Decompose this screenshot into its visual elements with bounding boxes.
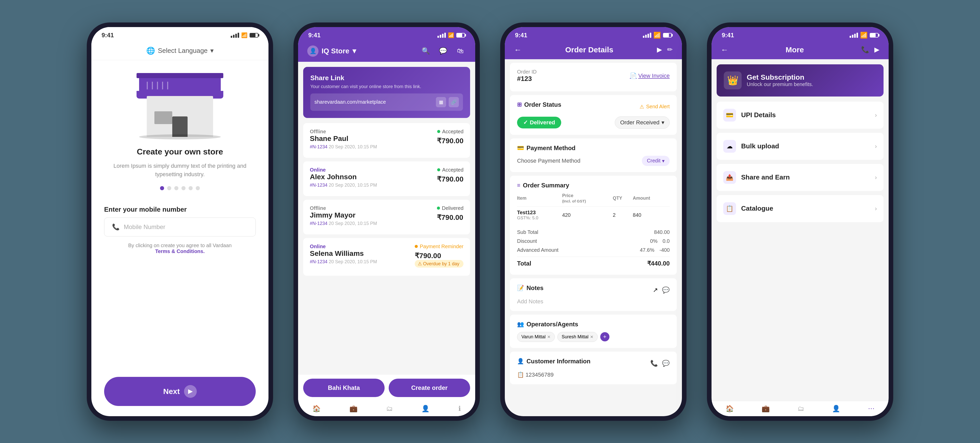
tab-profile[interactable]: 👤 <box>422 405 430 413</box>
edit-icon[interactable]: ✏ <box>667 46 673 54</box>
copy-icon[interactable]: 🔗 <box>449 97 459 107</box>
cart-icon[interactable]: 🛍 <box>455 45 466 57</box>
back-button-4[interactable]: ← <box>721 45 729 54</box>
crown-icon: 👑 <box>724 72 741 89</box>
menu-item-catalogue[interactable]: 📋 Catalogue › <box>717 195 883 222</box>
share-icon[interactable]: ↗ <box>653 287 658 294</box>
language-header: 🌐 Select Language ▾ <box>91 41 269 60</box>
bulk-label: Bulk upload <box>741 142 870 150</box>
order-item-1[interactable]: Offline Shane Paul #N-1234 20 Sep 2020, … <box>303 123 470 158</box>
subscription-card[interactable]: 👑 Get Subscription Unlock our premium be… <box>717 64 883 97</box>
search-icon[interactable]: 🔍 <box>420 45 431 57</box>
time-3: 9:41 <box>515 32 527 39</box>
channel-online-4: Online <box>310 244 326 249</box>
bottom-tabs-4: 🏠 💼 🗂 👤 ⋯ <box>711 401 889 416</box>
order-amount-2: ₹790.00 <box>437 175 463 183</box>
home-icon-4: 🏠 <box>725 405 734 413</box>
tab4-wallet[interactable]: 💼 <box>762 405 770 413</box>
discount-val: 0.0 <box>662 238 670 244</box>
order-amount-4: ₹790.00 <box>415 252 463 260</box>
chevron-down-credit: ▾ <box>662 158 665 164</box>
tab-info[interactable]: ℹ <box>458 405 461 413</box>
order-id-3: #N-1234 20 Sep 2020, 10:15 PM <box>310 221 377 226</box>
tab4-more[interactable]: ⋯ <box>868 405 875 413</box>
upi-label: UPI Details <box>741 111 870 119</box>
back-button[interactable]: ← <box>514 45 522 54</box>
phone-icon-header[interactable]: 📞 <box>861 46 869 54</box>
share-link-url[interactable]: sharevardaan.com/marketplace ▦ 🔗 <box>310 94 463 111</box>
order-amount-1: ₹790.00 <box>437 137 463 145</box>
signal-4 <box>850 33 858 38</box>
item-gst: GST%: 5.0 <box>517 215 562 221</box>
agent-2-close[interactable]: ✕ <box>590 335 593 339</box>
mobile-input[interactable]: 📞 Mobile Number <box>104 218 256 236</box>
status-text-2: Accepted <box>442 167 463 173</box>
catalogue-label: Catalogue <box>741 204 870 212</box>
whatsapp-icon-notes[interactable]: 💬 <box>662 287 670 294</box>
view-invoice-button[interactable]: 📄 View Invoice <box>630 73 670 79</box>
item-qty: 2 <box>613 206 633 224</box>
home-icon: 🏠 <box>312 405 321 413</box>
orders-icon: 🗂 <box>386 405 393 413</box>
send-alert[interactable]: ⚠ Send Alert <box>640 104 670 110</box>
youtube-icon[interactable]: ▶ <box>657 46 662 54</box>
order-item-2[interactable]: Online Alex Johnson #N-1234 20 Sep 2020,… <box>303 161 470 196</box>
table-row: Test123 GST%: 5.0 420 2 840 <box>517 206 670 224</box>
payment-method-title: 💳 Payment Method <box>517 145 670 152</box>
status-row: ✓ Delivered Order Received ▾ <box>517 116 670 129</box>
menu-item-upi[interactable]: 💳 UPI Details › <box>717 102 883 129</box>
order-details-body: Order ID #123 📄 View Invoice ⊞ Order Sta… <box>505 59 682 416</box>
create-order-button[interactable]: Create order <box>389 379 470 397</box>
store-window <box>154 112 172 124</box>
tab-wallet[interactable]: 💼 <box>349 405 358 413</box>
status-text-4: Payment Reminder <box>420 244 463 249</box>
phone-call-icon[interactable]: 📞 <box>650 360 658 367</box>
whatsapp-icon[interactable]: 💬 <box>438 45 449 57</box>
status-icons-3: 📶 <box>643 32 672 39</box>
language-text: Select Language <box>158 47 207 55</box>
agent-chips: Varun Mittal ✕ Suresh Mittal ✕ + <box>517 332 670 342</box>
channel-offline-3: Offline <box>310 205 326 211</box>
order-item-4[interactable]: Online Selena Williams #N-1234 20 Sep 20… <box>303 238 470 276</box>
menu-item-share[interactable]: 📤 Share and Earn › <box>717 164 883 191</box>
terms-text: By clicking on create you agree to all V… <box>128 242 231 254</box>
onboarding-body: Create your own store Lorem Ipsum is sim… <box>91 60 269 416</box>
add-notes[interactable]: Add Notes <box>517 298 670 305</box>
agent-1-close[interactable]: ✕ <box>547 335 550 339</box>
order-received-chip[interactable]: Order Received ▾ <box>615 116 670 129</box>
wifi-icon-4: 📶 <box>860 32 868 39</box>
language-selector[interactable]: 🌐 Select Language ▾ <box>146 46 213 55</box>
time-2: 9:41 <box>308 32 321 39</box>
payment-method-row: Choose Payment Method Credit ▾ <box>517 156 670 166</box>
chevron-catalogue: › <box>875 205 877 212</box>
order-name-4: Selena Williams <box>310 249 377 258</box>
signal-2 <box>438 33 446 38</box>
menu-item-bulk[interactable]: ☁ Bulk upload › <box>717 133 883 160</box>
customer-section: 👤 Customer Information 📞 💬 📋 123456789 <box>510 352 677 384</box>
bottom-tabs: 🏠 💼 🗂 👤 ℹ <box>298 401 475 416</box>
dot-6 <box>196 186 200 190</box>
tab-orders[interactable]: 🗂 <box>386 405 393 413</box>
next-button[interactable]: Next ▶ <box>104 377 256 406</box>
customer-icons: 📞 💬 <box>650 360 670 367</box>
sub-total-value: 840.00 <box>654 229 670 235</box>
order-item-3[interactable]: Offline Jimmy Mayor #N-1234 20 Sep 2020,… <box>303 200 470 234</box>
bahi-khata-button[interactable]: Bahi Khata <box>303 379 385 397</box>
message-icon[interactable]: 💬 <box>662 360 670 367</box>
wallet-icon: 💼 <box>349 405 358 413</box>
terms-link[interactable]: Terms & Conditions. <box>155 249 205 254</box>
order-summary-title: ≡ Order Summary <box>517 182 670 189</box>
agent-chip-2: Suresh Mittal ✕ <box>557 332 598 342</box>
youtube-icon-4[interactable]: ▶ <box>874 46 880 54</box>
delivered-chip: ✓ Delivered <box>517 117 561 128</box>
dot-5 <box>189 186 192 190</box>
payment-icon: 💳 <box>517 145 524 151</box>
add-agent-button[interactable]: + <box>600 332 609 341</box>
qr-icon[interactable]: ▦ <box>436 97 446 107</box>
tab4-profile[interactable]: 👤 <box>832 405 840 413</box>
status-text-3: Delivered <box>442 205 463 211</box>
tab4-orders[interactable]: 🗂 <box>797 405 804 413</box>
tab4-home[interactable]: 🏠 <box>725 405 734 413</box>
tab-home[interactable]: 🏠 <box>312 405 321 413</box>
credit-chip[interactable]: Credit ▾ <box>642 156 670 166</box>
